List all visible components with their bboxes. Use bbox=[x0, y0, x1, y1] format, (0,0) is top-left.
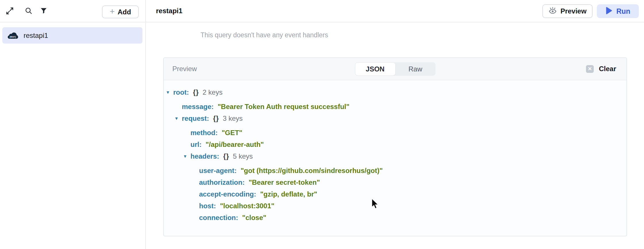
json-children-group: user-agent:"got (https://github.com/sind… bbox=[164, 165, 626, 223]
json-key: message: bbox=[182, 103, 214, 111]
sidebar-vertical-divider bbox=[145, 0, 146, 249]
json-tree-row: method:"GET" bbox=[164, 127, 626, 139]
json-tree-row: ▼headers:{}5 keys bbox=[164, 150, 626, 162]
json-key: connection: bbox=[199, 214, 238, 222]
json-object-braces: {} bbox=[193, 88, 199, 96]
json-tree-row: connection:"close" bbox=[164, 212, 626, 223]
json-object-braces: {} bbox=[213, 114, 219, 122]
run-button-label: Run bbox=[616, 7, 630, 15]
response-preview-panel: Preview JSON Raw ✕ Clear ▼root:{}2 keysm… bbox=[163, 57, 627, 236]
json-tree-row: authorization:"Bearer secret-token" bbox=[164, 176, 626, 188]
preview-button[interactable]: Preview bbox=[542, 4, 593, 18]
json-tree-row: ▼root:{}2 keys bbox=[164, 86, 626, 98]
json-key: user-agent: bbox=[199, 167, 237, 175]
json-key-count: 2 keys bbox=[203, 88, 222, 96]
json-value: "Bearer Token Auth request successful" bbox=[218, 103, 350, 111]
main-header-divider bbox=[146, 22, 644, 22]
rest-api-cloud-icon: {REST} bbox=[7, 32, 19, 40]
svg-text:{REST}: {REST} bbox=[9, 36, 16, 38]
sidebar-item-label: restapi1 bbox=[24, 32, 48, 40]
json-key: method: bbox=[190, 129, 218, 137]
expand-collapse-icon[interactable] bbox=[5, 6, 14, 15]
sidebar-item-restapi1[interactable]: {REST} restapi1 bbox=[2, 27, 142, 44]
json-children-group: method:"GET"url:"/api/bearer-auth"▼heade… bbox=[164, 127, 626, 223]
json-key: url: bbox=[190, 141, 202, 149]
json-children-group: message:"Bearer Token Auth request succe… bbox=[164, 101, 626, 223]
json-value: "/api/bearer-auth" bbox=[206, 141, 264, 149]
no-event-handlers-text: This query doesn't have any event handle… bbox=[200, 31, 328, 39]
sidebar-header-divider bbox=[0, 22, 145, 22]
json-value: "got (https://github.com/sindresorhus/go… bbox=[241, 167, 383, 175]
json-key: accept-encoding: bbox=[199, 190, 256, 198]
json-value: "Bearer secret-token" bbox=[249, 178, 320, 186]
json-tree-row: ▼request:{}3 keys bbox=[164, 112, 626, 124]
plus-icon: + bbox=[110, 7, 115, 16]
json-tree-row: accept-encoding:"gzip, deflate, br" bbox=[164, 188, 626, 200]
add-button-label: Add bbox=[117, 8, 131, 16]
json-key-count: 3 keys bbox=[223, 114, 242, 122]
json-tree-row: url:"/api/bearer-auth" bbox=[164, 139, 626, 150]
run-button[interactable]: Run bbox=[597, 4, 639, 18]
json-tree-row: user-agent:"got (https://github.com/sind… bbox=[164, 165, 626, 176]
collapse-triangle-icon[interactable]: ▼ bbox=[166, 90, 173, 95]
clear-button-label: Clear bbox=[599, 65, 616, 73]
clear-button[interactable]: ✕ Clear bbox=[586, 58, 616, 80]
eye-icon bbox=[548, 6, 557, 16]
add-query-button[interactable]: + Add bbox=[102, 5, 139, 18]
preview-panel-title: Preview bbox=[172, 58, 197, 80]
collapse-triangle-icon[interactable]: ▼ bbox=[183, 154, 190, 159]
json-key: host: bbox=[199, 202, 216, 210]
json-key: authorization: bbox=[199, 178, 245, 186]
json-tree-row: host:"localhost:3001" bbox=[164, 200, 626, 212]
collapse-triangle-icon[interactable]: ▼ bbox=[174, 116, 182, 121]
json-key: root: bbox=[173, 88, 189, 96]
json-value: "localhost:3001" bbox=[220, 202, 275, 210]
json-value: "gzip, deflate, br" bbox=[260, 190, 317, 198]
json-tree-row: message:"Bearer Token Auth request succe… bbox=[164, 101, 626, 112]
json-tree: ▼root:{}2 keysmessage:"Bearer Token Auth… bbox=[164, 80, 626, 223]
json-value: "GET" bbox=[222, 129, 242, 137]
format-toggle: JSON Raw bbox=[355, 62, 435, 76]
json-object-braces: {} bbox=[223, 152, 229, 160]
preview-button-label: Preview bbox=[560, 7, 587, 15]
filter-icon[interactable] bbox=[39, 6, 48, 15]
x-square-icon: ✕ bbox=[586, 65, 594, 73]
search-icon[interactable] bbox=[24, 6, 33, 15]
preview-panel-header: Preview JSON Raw ✕ Clear bbox=[164, 58, 626, 80]
json-value: "close" bbox=[242, 214, 266, 222]
tab-raw[interactable]: Raw bbox=[396, 62, 435, 76]
query-title: restapi1 bbox=[156, 0, 182, 22]
json-key: headers: bbox=[190, 152, 219, 160]
json-key: request: bbox=[182, 114, 209, 122]
tab-json[interactable]: JSON bbox=[355, 62, 396, 76]
json-key-count: 5 keys bbox=[233, 152, 253, 160]
play-icon bbox=[606, 7, 612, 15]
